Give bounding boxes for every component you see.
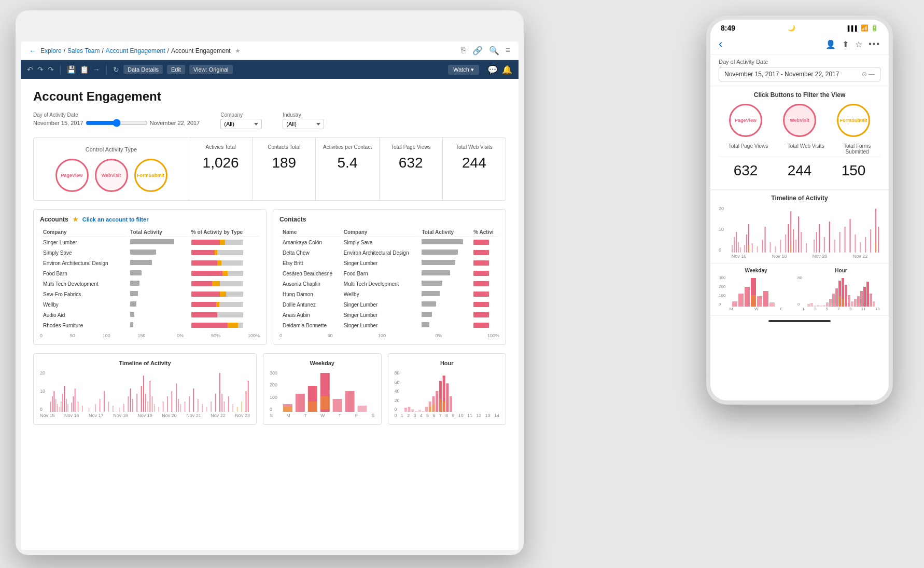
table-row[interactable]: Wellby (41, 300, 259, 309)
arrow-icon[interactable]: → (93, 65, 100, 74)
col-pct: % Activi (471, 228, 498, 237)
redo2-icon[interactable]: ↷ (48, 65, 54, 74)
svg-rect-69 (404, 408, 407, 412)
svg-rect-29 (143, 376, 144, 412)
pct-bar (189, 289, 259, 299)
phone-hour-axis: 135791113 (797, 307, 885, 311)
activity-bar (128, 269, 188, 278)
company-select[interactable]: (All) (220, 119, 262, 129)
filter-circle-labels: Total Page Views Total Web Visits Total … (719, 143, 880, 155)
redo-icon[interactable]: ↷ (37, 65, 44, 74)
phone-pageview-button[interactable]: PageView (729, 104, 762, 137)
table-row[interactable]: Amankaya Colón Simply Save (281, 238, 498, 247)
svg-rect-89 (736, 232, 737, 253)
table-row[interactable]: Audio Aid (41, 310, 259, 320)
table-row[interactable]: Ausonia Chaplin Multi Tech Development (281, 279, 498, 288)
watch-button[interactable]: Watch ▾ (448, 65, 479, 75)
table-row[interactable]: Cesáreo Beauchesne Food Barn (281, 269, 498, 278)
pageview-button[interactable]: PageView (55, 159, 89, 192)
accounts-card: Accounts ★ Click an account to filter Co… (33, 209, 267, 345)
contact-name: Dollie Antunez (281, 300, 341, 309)
phone-more-icon[interactable]: ••• (869, 39, 880, 49)
table-row[interactable]: Food Barn (41, 269, 259, 278)
breadcrumb-account-engagement[interactable]: Account Engagement (106, 47, 165, 54)
table-row[interactable]: Multi Tech Development (41, 279, 259, 288)
date-filter: Day of Activity Date November 15, 2017 N… (33, 112, 200, 129)
breadcrumb-explore[interactable]: Explore (40, 47, 62, 54)
pct-bar (189, 269, 259, 278)
svg-rect-37 (167, 396, 168, 412)
table-row[interactable]: Sew-Fro Fabrics (41, 289, 259, 299)
phone-webvisit-button[interactable]: WebVisit (783, 104, 816, 137)
table-row[interactable]: Dollie Antunez Singer Lumber (281, 300, 498, 309)
comment-icon[interactable]: 💬 (487, 65, 498, 75)
svg-rect-121 (865, 237, 866, 253)
search-icon[interactable]: 🔍 (489, 46, 499, 56)
svg-rect-158 (838, 296, 841, 307)
copy-icon[interactable]: 📋 (80, 65, 89, 74)
phone-nav-icons: 👤 ⬆ ☆ ••• (825, 39, 880, 49)
battery-icon: 🔋 (871, 24, 878, 32)
phone-kpi-pv-value: 632 (734, 162, 758, 179)
kpi-metrics: Activies Total 1,026 Contacts Total 189 … (189, 138, 506, 200)
phone-back-button[interactable]: ‹ (719, 37, 722, 51)
formsubmit-button[interactable]: FormSubmit (134, 159, 167, 192)
svg-rect-63 (333, 399, 342, 412)
date-slider[interactable] (86, 119, 148, 127)
svg-rect-21 (113, 406, 114, 412)
svg-rect-44 (193, 389, 194, 412)
refresh-icon[interactable]: ↻ (113, 65, 119, 74)
phone-person-icon[interactable]: 👤 (825, 39, 836, 49)
phone-star-icon[interactable]: ☆ (855, 39, 862, 49)
svg-rect-55 (237, 407, 238, 412)
save-icon[interactable]: 💾 (67, 65, 76, 74)
svg-rect-5 (59, 407, 60, 412)
phone-date-select[interactable]: November 15, 2017 - November 22, 2017 ⊙ … (719, 67, 880, 81)
accounts-title: Accounts ★ Click an account to filter (40, 216, 260, 223)
contact-pct-bar (471, 321, 498, 330)
breadcrumb-sales-team[interactable]: Sales Team (67, 47, 100, 54)
table-row[interactable]: Environ Architectural Design (41, 258, 259, 268)
table-row[interactable]: Hung Damon Wellby (281, 289, 498, 299)
star-icon[interactable]: ★ (235, 47, 241, 54)
table-row[interactable]: Delta Chew Environ Architectural Design (281, 248, 498, 257)
table-row[interactable]: Singer Lumber (41, 238, 259, 247)
phone-device: 8:49 🌙 ▌▌▌ 📶 🔋 ‹ 👤 ⬆ ☆ ••• Day of Activi… (706, 16, 893, 405)
webvisit-button[interactable]: WebVisit (95, 159, 128, 192)
svg-rect-157 (873, 301, 875, 307)
edit-button[interactable]: Edit (167, 65, 185, 74)
industry-select[interactable]: (All) (283, 119, 324, 129)
table-row[interactable]: Elsy Britt Singer Lumber (281, 258, 498, 268)
svg-rect-50 (219, 373, 220, 412)
svg-rect-30 (145, 394, 146, 412)
tablet-device: ← Explore / Sales Team / Account Engagem… (16, 10, 524, 555)
phone-formsubmit-button[interactable]: FormSubmit (837, 104, 870, 137)
svg-rect-7 (62, 394, 63, 412)
pct-bar (189, 321, 259, 330)
accounts-filter-link[interactable]: Click an account to filter (82, 216, 149, 223)
table-row[interactable]: Rhodes Furniture (41, 321, 259, 330)
back-icon[interactable]: ← (29, 47, 36, 55)
alert-icon[interactable]: 🔔 (502, 65, 512, 75)
phone-timeline-svg (731, 206, 880, 253)
contact-name: Amankaya Colón (281, 238, 341, 247)
data-details-button[interactable]: Data Details (123, 65, 163, 74)
svg-rect-28 (141, 386, 142, 412)
svg-rect-119 (855, 234, 856, 253)
phone-timeline-axis: Nov 16Nov 18Nov 20Nov 22 (719, 254, 880, 259)
grid-icon[interactable]: ≡ (506, 46, 510, 56)
share-icon[interactable]: 🔗 (472, 46, 483, 56)
svg-rect-113 (824, 237, 825, 253)
table-row[interactable]: Anais Aubin Singer Lumber (281, 310, 498, 320)
tablet-icon[interactable]: ⎘ (461, 46, 466, 56)
svg-rect-12 (73, 396, 74, 412)
kpi-contacts-value: 189 (257, 155, 311, 171)
table-row[interactable]: Simply Save (41, 248, 259, 257)
svg-rect-143 (829, 299, 832, 307)
undo-icon[interactable]: ↶ (27, 65, 33, 74)
view-button[interactable]: View: Original (189, 65, 233, 74)
svg-rect-42 (185, 401, 186, 412)
table-row[interactable]: Deidamia Bonnette Singer Lumber (281, 321, 498, 330)
kpi-twv-label: Total Web Visits (447, 144, 501, 150)
phone-share-icon[interactable]: ⬆ (842, 39, 849, 49)
